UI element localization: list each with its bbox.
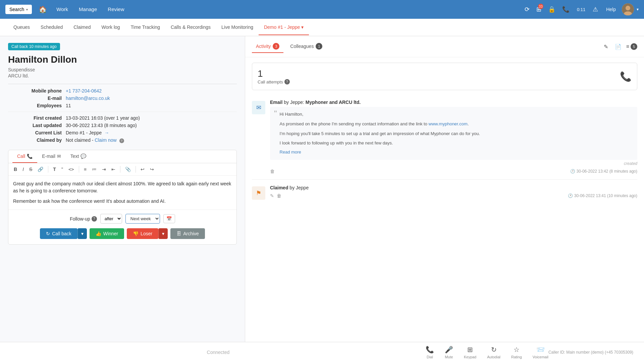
tab-colleagues[interactable]: Colleagues 1 (286, 40, 326, 53)
italic-button[interactable]: I (20, 165, 26, 173)
voicemail-button[interactable]: 📨 Voicemail (533, 346, 548, 359)
feed-edit-button[interactable]: ✎ (270, 193, 274, 198)
mobile-value: +1 737-204-0642 (66, 88, 237, 94)
subnav-scheduled[interactable]: Scheduled (35, 20, 68, 35)
archive-button[interactable]: 🗄 Archive (170, 228, 205, 239)
activity-count: 3 (273, 43, 279, 50)
subnav-calls-recordings[interactable]: Calls & Recordings (165, 20, 216, 35)
nav-link-review[interactable]: Review (102, 4, 129, 15)
strikethrough-button[interactable]: S (27, 165, 34, 173)
first-created-value: 13-03-2021 16:03 (over 1 year ago) (66, 115, 237, 121)
call-attempts-card: 1 Call attempts ? 📞 (252, 63, 637, 90)
current-list-link[interactable]: → (104, 130, 109, 135)
autodial-button[interactable]: ↻ Autodial (487, 346, 500, 359)
feed-claimed-actions: ✎ 🗑 (270, 193, 281, 198)
code-button[interactable]: <> (66, 165, 76, 173)
indent-button[interactable]: ⇥ (100, 165, 108, 173)
archive-icon: 🗄 (176, 231, 181, 236)
outdent-button[interactable]: ⇤ (109, 165, 117, 173)
callbackmore-button[interactable]: ▾ (77, 228, 87, 239)
employees-value: 11 (66, 103, 237, 108)
contact-subtitle: Suspendisse (8, 67, 237, 72)
subnav-claimed[interactable]: Claimed (68, 20, 96, 35)
svg-point-1 (626, 6, 630, 10)
top-nav: Search ▾ 🏠 Work Manage Review ⟳ ⊞ 33 🔒 📞… (0, 0, 644, 19)
tab-email[interactable]: E-mail ✉ (37, 150, 66, 163)
heading-button[interactable]: T (51, 165, 58, 173)
quote-icon: " (274, 110, 277, 118)
email-body3: I look forward to following up with you … (280, 140, 480, 147)
winner-button[interactable]: 👍 Winner (90, 228, 124, 239)
history-icon[interactable]: ⟳ (523, 4, 532, 15)
mute-button[interactable]: 🎤 Mute (445, 346, 453, 359)
list-count: 5 (631, 43, 637, 50)
rating-button[interactable]: ☆ Rating (511, 346, 522, 359)
ul-button[interactable]: ≡ (82, 165, 89, 173)
employees-label: Employees (8, 103, 62, 108)
loser-button[interactable]: 👎 Loser (127, 228, 158, 239)
keypad-button[interactable]: ⊞ Keypad (464, 346, 476, 359)
feed-delete2-button[interactable]: 🗑 (277, 193, 281, 198)
keypad-label: Keypad (464, 355, 476, 359)
lock-icon[interactable]: 🔒 (546, 4, 557, 15)
link-button[interactable]: 🔗 (36, 165, 45, 173)
contact-details: Mobile phone +1 737-204-0642 E-mail hami… (8, 88, 237, 143)
tab-activity[interactable]: Activity 3 (252, 40, 283, 53)
followup-help-icon[interactable]: ? (92, 216, 97, 222)
dial-label: Dial (427, 355, 433, 359)
losermore-button[interactable]: ▾ (158, 228, 168, 239)
tab-call[interactable]: Call 📞 (12, 150, 37, 163)
dial-button[interactable]: 📞 Dial (426, 346, 434, 359)
subnav-live-monitoring[interactable]: Live Monitoring (216, 20, 259, 35)
callbackmain-button[interactable]: ↻ Call back (40, 228, 77, 239)
read-more-link[interactable]: Read more (280, 149, 480, 156)
search-button[interactable]: Search ▾ (5, 5, 32, 14)
clock-icon: 🕐 (570, 169, 575, 174)
nav-link-manage[interactable]: Manage (73, 4, 102, 15)
phone-icon[interactable]: 📞 (560, 4, 572, 15)
home-icon[interactable]: 🏠 (36, 3, 50, 16)
note-tabs: Call 📞 E-mail ✉ Text 💬 (8, 150, 236, 163)
claimed-by-value: Not claimed - Claim now ? (66, 137, 237, 143)
redo-button[interactable]: ↪ (148, 165, 156, 173)
subnav-worklog[interactable]: Work log (96, 20, 125, 35)
blockquote-button[interactable]: " (59, 165, 65, 173)
document-icon[interactable]: 📄 (613, 42, 624, 52)
tab-text[interactable]: Text 💬 (66, 150, 91, 163)
followup-week-select[interactable]: Next week (125, 214, 160, 224)
followup-after-select[interactable]: after (100, 214, 122, 224)
feed-delete-button[interactable]: 🗑 (270, 169, 275, 174)
undo-button[interactable]: ↩ (139, 165, 147, 173)
edit-contact-button[interactable]: ✎ (602, 42, 610, 52)
colleagues-label: Colleagues (290, 44, 314, 49)
subnav-demo[interactable]: Demo #1 - Jeppe ▾ (259, 20, 309, 35)
followup-row: Follow-up ? after Next week 📅 (14, 214, 231, 224)
callback-badge: Call back 10 minutes ago (8, 43, 60, 50)
myphoner-link[interactable]: www.myphoner.com (429, 121, 468, 126)
first-created-label: First created (8, 115, 62, 121)
note-area: Call 📞 E-mail ✉ Text 💬 B I S 🔗 T (8, 150, 237, 245)
nav-link-work[interactable]: Work (51, 4, 73, 15)
phone-red-icon: 📞 (620, 71, 632, 82)
grid-icon[interactable]: ⊞ 33 (534, 4, 543, 15)
call-help-icon[interactable]: ? (284, 79, 290, 84)
bold-button[interactable]: B (12, 165, 19, 173)
subnav-queues[interactable]: Queues (8, 20, 35, 35)
calendar-button[interactable]: 📅 (163, 214, 175, 223)
claim-now-link[interactable]: Claim now (95, 137, 116, 143)
feed-email-content: Email by Jeppe: Myphoner and ARCU ltd. "… (270, 100, 637, 174)
help-button[interactable]: Help (603, 5, 619, 14)
warning-icon[interactable]: ⚠ (591, 4, 600, 15)
note-editor[interactable]: Great guy and the company match our idea… (8, 176, 236, 209)
avatar[interactable] (622, 3, 634, 15)
email-body1: As promised on the phone I'm sending my … (280, 121, 480, 128)
autodial-icon: ↻ (491, 346, 497, 354)
attach-button[interactable]: 📎 (123, 165, 133, 173)
claimed-by-label: Claimed by (8, 137, 62, 143)
feed-item-email: ✉ Email by Jeppe: Myphoner and ARCU ltd.… (245, 96, 644, 178)
subnav-timetracking[interactable]: Time Tracking (125, 20, 165, 35)
search-label: Search (9, 7, 24, 12)
ol-button[interactable]: ≔ (90, 165, 99, 173)
mobile-label: Mobile phone (8, 88, 62, 94)
contact-name: Hamilton Dillon (8, 54, 237, 65)
